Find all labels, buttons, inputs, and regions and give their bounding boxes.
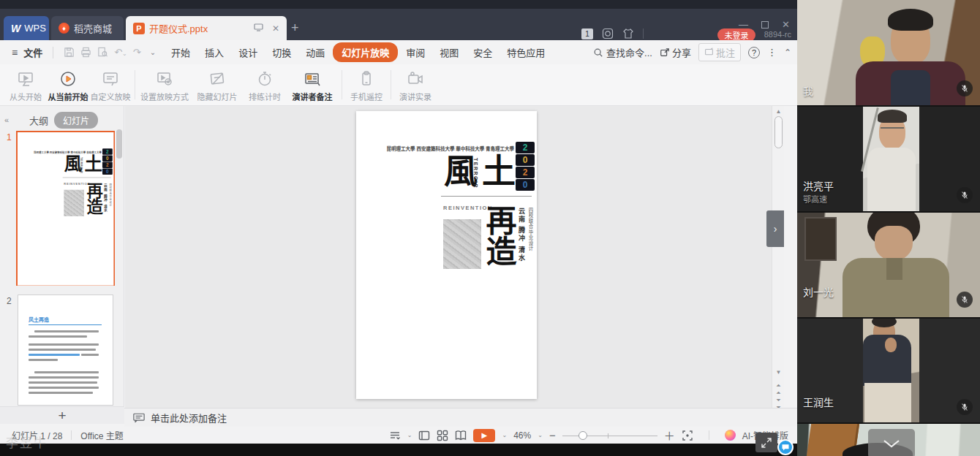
panel-scrollbar[interactable] [116,129,122,159]
slide2-number: 2 [7,296,12,306]
scrollbar-thumb[interactable] [774,116,783,148]
main-slide[interactable]: 昆明理工大學 西安建築科技大學 華中科技大學 青島理工大學 風 TERROIR … [356,111,537,399]
phone-remote-button[interactable]: 手机遥控 [345,64,388,105]
title-strip [0,0,797,9]
mic-muted-icon[interactable] [957,80,973,96]
slide1-thumbnail[interactable]: 昆明理工大學 西安建築科技大學 華中科技大學 青島理工大學 風 TERROIR … [16,131,115,286]
menu-item-review[interactable]: 审阅 [399,42,431,62]
custom-show-button[interactable]: 自定义放映 [89,64,132,105]
skin-icon[interactable] [622,28,634,39]
zoom-in-button[interactable]: ＋ [664,428,675,443]
help-icon[interactable]: ? [748,47,760,58]
new-tab-button[interactable]: + [291,20,299,36]
video-frame [863,107,919,211]
collapse-ribbon-icon[interactable]: ⌃ [784,48,791,58]
minimize-button[interactable]: — [739,20,748,30]
play-slideshow-button[interactable]: ▶ [473,429,495,442]
more-options-icon[interactable]: ⋮ [767,47,777,58]
tab-slides-active[interactable]: 幻灯片 [54,112,98,129]
zoom-caret[interactable]: ⌄ [538,432,543,438]
vertical-scrollbar[interactable]: ▲ ▼ ⏶⏶ ⏷⏷ [772,106,784,408]
search-commands[interactable]: 查找命令... [593,45,652,59]
menu-items: 开始 插入 设计 切换 动画 幻灯片放映 审阅 视图 安全 特色应用 [165,42,551,62]
menu-item-transition[interactable]: 切换 [265,42,298,62]
menu-item-insert[interactable]: 插入 [198,42,230,62]
zoom-level[interactable]: 46% [513,430,531,441]
hide-slide-button[interactable]: 隐藏幻灯片 [191,64,244,105]
save-icon[interactable] [64,47,75,58]
reading-view-icon[interactable] [455,430,467,441]
slide2-thumbnail[interactable]: 风土再造 [18,294,113,406]
fullscreen-overlay-button[interactable] [755,433,777,452]
from-current-button[interactable]: 从当前开始 [47,64,89,105]
apps-icon[interactable] [602,28,614,39]
comment-button[interactable]: 批注 [698,43,741,61]
theme-label[interactable]: Office 主题 [80,429,123,441]
share-button[interactable]: 分享 [660,45,691,59]
undo-icon[interactable]: ↶⌄ [114,47,127,58]
chat-overlay-button[interactable] [777,439,794,455]
window-count-badge[interactable]: 1 [581,28,593,39]
participant-name: 王润生 [803,395,834,409]
normal-view-icon[interactable] [418,430,430,441]
menu-item-view[interactable]: 视图 [433,42,465,62]
play-options-caret[interactable]: ⌄ [502,432,507,438]
collapse-panel-icon[interactable]: « [4,115,9,124]
menu-item-animation[interactable]: 动画 [299,42,331,62]
meeting-sidebar: 我 洪亮平 鄂高速 [797,0,980,456]
presenter-notes-button[interactable]: 演讲者备注 [286,64,339,105]
scroll-down-icon[interactable]: ▼ [772,369,784,376]
mic-muted-icon[interactable] [957,399,973,415]
bottom-strip [0,444,797,456]
menu-item-home[interactable]: 开始 [165,42,197,62]
zoom-slider[interactable] [562,430,657,441]
slide-canvas[interactable]: 昆明理工大學 西安建築科技大學 華中科技大學 青島理工大學 風 TERROIR … [125,106,784,408]
scroll-up-icon[interactable]: ▲ [772,108,784,115]
cast-screen-icon[interactable] [254,23,263,34]
previous-slide-icon[interactable]: ⏶⏶ [772,382,784,397]
participant-name: 我 [803,83,813,98]
toolbar-more-icon[interactable]: ⌄ [150,48,156,56]
scroll-participants-down-button[interactable] [868,429,915,456]
hamburger-icon[interactable]: ≡ [12,47,18,58]
divider [709,430,709,440]
menu-item-slideshow-active[interactable]: 幻灯片放映 [333,42,398,62]
video-tile-2[interactable]: 洪亮平 鄂高速 [797,107,980,211]
from-beginning-button[interactable]: 从头开始 [4,64,47,105]
next-slide-icon[interactable]: ⏷⏷ [772,397,784,408]
slide-sorter-icon[interactable] [437,430,448,441]
close-window-button[interactable]: ✕ [782,20,790,30]
panel-expander-arrow[interactable]: › [766,210,784,247]
video-tile-3[interactable]: 刘一光 [797,213,980,317]
mic-muted-icon[interactable] [957,187,973,203]
setup-show-button[interactable]: 设置放映方式 [138,64,191,105]
close-tab-icon[interactable]: ✕ [272,23,279,34]
print-icon[interactable] [80,47,91,58]
file-menu[interactable]: 文件 [23,45,42,59]
maximize-button[interactable] [761,21,769,28]
video-tile-4[interactable]: 王润生 [797,319,980,422]
tab-wps-home[interactable]: W WPS [4,16,49,40]
video-tile-me[interactable]: 我 [797,0,980,105]
notes-toggle-caret[interactable]: ⌄ [407,432,412,438]
redo-icon[interactable]: ↷ [133,47,141,58]
year-digit: 0 [516,179,535,191]
zoom-out-button[interactable]: − [549,429,556,441]
tab-outline[interactable]: 大纲 [29,113,48,127]
notes-toggle-icon[interactable] [389,430,401,441]
add-slide-button[interactable]: + [0,406,124,424]
menu-item-special[interactable]: 特色应用 [500,42,551,62]
rehearse-timing-button[interactable]: 排练计时 [244,64,286,105]
menu-item-design[interactable]: 设计 [232,42,264,62]
tab-store[interactable]: ♦ 稻壳商城 [51,16,124,40]
zoom-slider-knob[interactable] [578,431,587,440]
video-tile-5-partial[interactable] [797,424,980,456]
notes-bar[interactable]: 单击此处添加备注 [124,408,797,427]
record-show-button[interactable]: 演讲实录 [394,64,437,105]
fit-slide-icon[interactable] [682,430,693,441]
ai-layout-icon[interactable] [725,430,736,441]
tab-document[interactable]: P 开题仪式.pptx ✕ [126,16,287,40]
menu-item-security[interactable]: 安全 [467,42,499,62]
print-preview-icon[interactable] [97,47,108,58]
mic-muted-icon[interactable] [957,292,973,308]
